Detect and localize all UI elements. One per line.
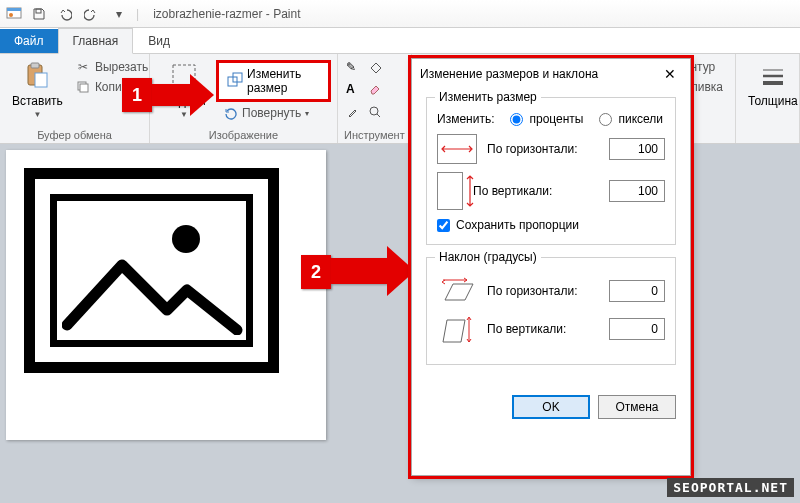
vert-label: По вертикали: bbox=[473, 184, 599, 198]
undo-icon[interactable] bbox=[54, 3, 76, 25]
dialog-title: Изменение размеров и наклона bbox=[420, 67, 598, 81]
pencil-icon[interactable]: ✎ bbox=[346, 60, 366, 80]
tab-view[interactable]: Вид bbox=[133, 28, 185, 54]
resize-dialog: Изменение размеров и наклона ✕ Изменить … bbox=[411, 58, 691, 476]
paste-label: Вставить bbox=[12, 94, 63, 108]
thickness-label: Толщина bbox=[748, 94, 798, 108]
group-thickness: Толщина bbox=[736, 54, 800, 143]
eraser-icon[interactable] bbox=[368, 82, 388, 102]
picker-icon[interactable] bbox=[346, 105, 366, 125]
skew-horiz-label: По горизонтали: bbox=[487, 284, 599, 298]
resize-horiz-input[interactable] bbox=[609, 138, 665, 160]
canvas[interactable] bbox=[6, 150, 326, 440]
save-icon[interactable] bbox=[28, 3, 50, 25]
group-tools: ✎ A Инструменты bbox=[338, 54, 412, 143]
resize-icon bbox=[227, 72, 243, 91]
svg-point-12 bbox=[370, 107, 378, 115]
svg-point-2 bbox=[9, 13, 13, 17]
resize-vert-input[interactable] bbox=[609, 180, 665, 202]
radio-pixels-label: пиксели bbox=[618, 112, 663, 126]
ribbon-tabs: Файл Главная Вид bbox=[0, 28, 800, 54]
paste-button[interactable]: Вставить ▼ bbox=[6, 58, 69, 121]
radio-percent[interactable]: проценты bbox=[510, 112, 583, 126]
horiz-skew-icon bbox=[437, 276, 477, 306]
skew-vert-input[interactable] bbox=[609, 318, 665, 340]
group-tools-label: Инструменты bbox=[344, 127, 405, 141]
callout-2: 2 bbox=[301, 255, 331, 289]
app-icon bbox=[6, 6, 22, 22]
fieldset-resize: Изменить размер Изменить: проценты пиксе… bbox=[426, 97, 676, 245]
scissors-icon: ✂ bbox=[75, 59, 91, 75]
cut-button[interactable]: ✂ Вырезать bbox=[73, 58, 150, 76]
vert-skew-icon bbox=[437, 314, 477, 344]
tab-home[interactable]: Главная bbox=[58, 28, 134, 54]
ok-button[interactable]: OK bbox=[512, 395, 590, 419]
keep-proportions-checkbox[interactable]: Сохранить пропорции bbox=[437, 218, 665, 232]
copy-icon bbox=[75, 79, 91, 95]
group-image-label: Изображение bbox=[156, 127, 331, 141]
redo-icon[interactable] bbox=[80, 3, 102, 25]
svg-rect-5 bbox=[31, 63, 39, 68]
skew-horiz-input[interactable] bbox=[609, 280, 665, 302]
dialog-titlebar: Изменение размеров и наклона ✕ bbox=[412, 59, 690, 89]
svg-rect-1 bbox=[7, 8, 21, 11]
image-placeholder-icon bbox=[24, 168, 279, 373]
group-clipboard-label: Буфер обмена bbox=[6, 127, 143, 141]
arrow-2 bbox=[331, 250, 387, 284]
bucket-icon[interactable] bbox=[368, 60, 388, 80]
paste-icon bbox=[21, 60, 53, 92]
rotate-button[interactable]: Повернуть ▾ bbox=[216, 104, 331, 122]
watermark: SEOPORTAL.NET bbox=[667, 478, 794, 497]
cut-label: Вырезать bbox=[95, 60, 148, 74]
qat-dropdown-icon[interactable]: ▾ bbox=[108, 3, 130, 25]
callout-1: 1 bbox=[122, 78, 152, 112]
resize-by-label: Изменить: bbox=[437, 112, 494, 126]
resize-label: Изменить размер bbox=[247, 67, 320, 95]
svg-rect-8 bbox=[80, 84, 88, 92]
titlebar: ▾ | izobrazhenie-razmer - Paint bbox=[0, 0, 800, 28]
svg-rect-6 bbox=[35, 73, 47, 87]
resize-button[interactable]: Изменить размер bbox=[216, 60, 331, 102]
svg-rect-3 bbox=[36, 9, 41, 13]
horiz-resize-icon bbox=[437, 134, 477, 164]
rotate-icon bbox=[222, 105, 238, 121]
text-icon[interactable]: A bbox=[346, 82, 366, 102]
radio-percent-label: проценты bbox=[529, 112, 583, 126]
vert-resize-icon bbox=[437, 172, 463, 210]
chevron-down-icon: ▼ bbox=[33, 110, 41, 119]
fieldset-skew: Наклон (градусы) По горизонтали: По верт… bbox=[426, 257, 676, 365]
fieldset-resize-legend: Изменить размер bbox=[435, 90, 541, 104]
window-title: izobrazhenie-razmer - Paint bbox=[153, 7, 300, 21]
horiz-label: По горизонтали: bbox=[487, 142, 599, 156]
thickness-icon bbox=[757, 60, 789, 92]
cancel-button[interactable]: Отмена bbox=[598, 395, 676, 419]
tab-file[interactable]: Файл bbox=[0, 29, 58, 53]
fieldset-skew-legend: Наклон (градусы) bbox=[435, 250, 541, 264]
chevron-down-icon: ▼ bbox=[180, 110, 188, 119]
radio-pixels[interactable]: пиксели bbox=[599, 112, 663, 126]
rotate-label: Повернуть bbox=[242, 106, 301, 120]
quick-access-toolbar bbox=[28, 3, 102, 25]
keep-proportions-label: Сохранить пропорции bbox=[456, 218, 579, 232]
arrow-1 bbox=[152, 78, 190, 106]
skew-vert-label: По вертикали: bbox=[487, 322, 599, 336]
close-icon[interactable]: ✕ bbox=[658, 62, 682, 86]
zoom-icon[interactable] bbox=[368, 105, 388, 125]
thickness-button[interactable]: Толщина bbox=[742, 58, 800, 110]
